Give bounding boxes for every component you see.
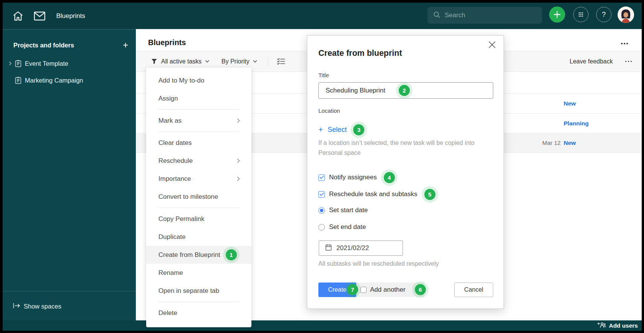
blueprint-doc-icon [15, 77, 21, 84]
menu-item-convert-to-milestone[interactable]: Convert to milestone [146, 188, 251, 206]
sidebar-item-label: Event Template [25, 60, 68, 67]
top-bar: Blueprints ? [3, 3, 642, 29]
add-users-button[interactable]: Add users [597, 322, 638, 330]
checkbox-checked-icon[interactable] [318, 191, 325, 198]
title-field: 2 [318, 82, 493, 99]
sort-dropdown-label: By Priority [222, 58, 249, 65]
search-box[interactable] [427, 7, 542, 24]
menu-item-assign[interactable]: Assign [146, 89, 251, 107]
date-input[interactable] [336, 244, 382, 252]
menu-divider [158, 208, 239, 208]
menu-item-rename[interactable]: Rename [146, 264, 251, 282]
cancel-button[interactable]: Cancel [454, 283, 493, 297]
context-menu: Add to My to-do Assign Mark as Clear dat… [146, 68, 251, 327]
chevron-right-icon[interactable] [6, 61, 15, 66]
help-icon[interactable]: ? [596, 7, 611, 22]
apps-grid-icon[interactable] [573, 7, 589, 22]
create-from-blueprint-dialog: Create from blueprint Title 2 Location +… [307, 35, 504, 309]
annotation-badge-1: 1 [226, 249, 237, 260]
set-end-date-label: Set end date [329, 223, 366, 231]
checkbox-checked-icon[interactable] [318, 174, 325, 181]
annotation-badge-5: 5 [424, 189, 435, 200]
projects-section-header: Projects and folders + [13, 41, 128, 49]
submenu-chevron-icon [237, 158, 240, 163]
show-spaces-icon [13, 303, 20, 310]
avatar[interactable] [618, 6, 634, 23]
multiselect-icon[interactable] [277, 58, 285, 65]
status-link[interactable]: Planning [564, 120, 589, 127]
menu-item-create-from-blueprint[interactable]: Create from Blueprint 1 [146, 246, 251, 264]
date-hint: All subtasks will be rescheduled respect… [318, 260, 439, 267]
submenu-chevron-icon [237, 176, 240, 181]
page-title: Blueprints [148, 38, 186, 47]
add-project-icon[interactable]: + [123, 41, 128, 49]
title-field-label: Title [318, 72, 329, 78]
menu-divider [158, 302, 239, 302]
annotation-badge-2: 2 [399, 85, 410, 96]
show-spaces-button[interactable]: Show spaces [13, 301, 61, 312]
status-link[interactable]: New [564, 140, 576, 146]
status-link[interactable]: New [564, 100, 576, 107]
set-end-date-option[interactable]: Set end date [318, 221, 366, 233]
filter-dropdown[interactable]: All active tasks [161, 58, 209, 65]
more-options-icon[interactable] [625, 61, 632, 62]
screenshot-frame: Blueprints ? Projects and folders + [0, 0, 644, 333]
menu-divider [158, 109, 239, 110]
reschedule-label: Reschedule task and subtasks [329, 190, 417, 198]
more-options-icon[interactable] [621, 43, 628, 44]
filter-dropdown-label: All active tasks [161, 58, 202, 65]
add-another-option[interactable]: Add another [356, 283, 424, 297]
annotation-badge-7: 7 [347, 284, 358, 295]
show-spaces-label: Show spaces [24, 303, 61, 310]
app-window: Blueprints ? Projects and folders + [3, 3, 642, 331]
menu-item-duplicate[interactable]: Duplicate [146, 228, 251, 246]
menu-item-add-to-my-todo[interactable]: Add to My to-do [146, 71, 251, 89]
calendar-icon [325, 244, 332, 252]
plus-icon: + [318, 125, 323, 134]
mail-icon[interactable] [34, 11, 46, 21]
sidebar-item-label: Marketing Campaign [25, 77, 83, 84]
reschedule-option[interactable]: Reschedule task and subtasks 5 [318, 188, 435, 200]
blueprint-doc-icon [15, 60, 21, 67]
search-input[interactable] [445, 11, 533, 19]
date-field[interactable] [319, 240, 403, 256]
add-users-icon [597, 322, 606, 330]
sidebar: Projects and folders + Event Template Ma… [3, 29, 136, 320]
dialog-title: Create from blueprint [318, 49, 402, 58]
home-icon[interactable] [12, 10, 24, 22]
close-icon[interactable] [487, 40, 497, 51]
sidebar-divider [3, 291, 136, 291]
sidebar-item-marketing-campaign[interactable]: Marketing Campaign [3, 75, 83, 86]
menu-item-copy-permalink[interactable]: Copy Permalink [146, 210, 251, 228]
add-another-label: Add another [370, 286, 406, 294]
set-start-date-label: Set start date [329, 206, 368, 214]
submenu-chevron-icon [237, 118, 240, 123]
menu-item-mark-as[interactable]: Mark as [146, 112, 251, 130]
menu-item-clear-dates[interactable]: Clear dates [146, 134, 251, 152]
radio-selected-icon[interactable] [318, 207, 325, 214]
chevron-down-icon [205, 60, 209, 63]
topbar-title: Blueprints [56, 12, 85, 20]
leave-feedback-link[interactable]: Leave feedback [570, 58, 613, 65]
notify-assignees-option[interactable]: Notify assignees 4 [318, 172, 395, 183]
select-location-link[interactable]: + Select 3 [318, 124, 364, 135]
menu-item-open-in-separate-tab[interactable]: Open in separate tab [146, 282, 251, 300]
radio-unselected-icon[interactable] [318, 224, 325, 231]
chevron-down-icon [253, 60, 257, 63]
add-users-label: Add users [609, 322, 638, 329]
checkbox-unchecked-icon[interactable] [360, 287, 367, 293]
sidebar-item-event-template[interactable]: Event Template [3, 58, 68, 69]
search-icon [433, 11, 440, 20]
set-start-date-option[interactable]: Set start date [318, 205, 368, 216]
notify-assignees-label: Notify assignees [329, 174, 377, 181]
menu-item-delete[interactable]: Delete [146, 304, 251, 322]
sort-dropdown[interactable]: By Priority [222, 58, 257, 65]
location-field-label: Location [318, 107, 340, 114]
filter-funnel-icon [151, 58, 157, 65]
menu-item-reschedule[interactable]: Reschedule [146, 152, 251, 170]
annotation-badge-6: 6 [415, 284, 426, 295]
bottom-bar: Add users [3, 320, 642, 331]
add-button[interactable] [549, 6, 565, 23]
menu-item-importance[interactable]: Importance [146, 170, 251, 188]
select-location-label: Select [328, 126, 347, 134]
